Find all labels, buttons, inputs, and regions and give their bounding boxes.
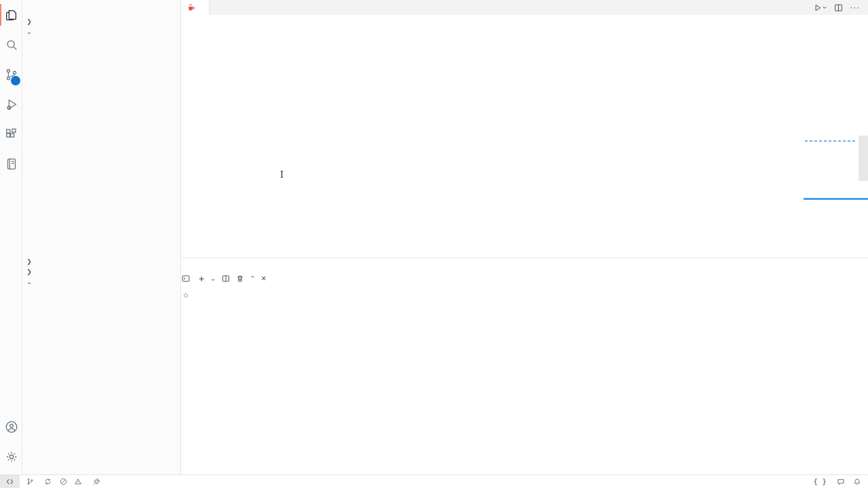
explorer-sidebar: ❯ ⌄ ❯ ❯ ⌄ <box>22 0 181 474</box>
account-icon[interactable] <box>0 412 22 442</box>
outline-section[interactable]: ❯ <box>22 256 180 266</box>
breadcrumb <box>182 15 868 27</box>
project-root-folder[interactable]: ⌄ <box>22 26 180 37</box>
text-cursor-ibeam: I <box>280 169 283 180</box>
timeline-section[interactable]: ❯ <box>22 266 180 277</box>
editor-area: ··· I + ⌄ <box>182 0 868 474</box>
git-branch-status[interactable] <box>22 475 40 488</box>
panel-tabs <box>182 258 868 273</box>
split-editor-icon[interactable] <box>834 3 843 12</box>
encoding-setting[interactable] <box>793 475 801 488</box>
minimap-slider[interactable] <box>859 136 868 181</box>
eol-setting[interactable] <box>801 475 809 488</box>
source-control-badge <box>11 76 20 85</box>
remote-indicator[interactable] <box>0 475 20 488</box>
explorer-icon[interactable] <box>0 0 22 30</box>
maximize-panel-icon[interactable]: ⌃ <box>250 275 256 282</box>
terminal-output[interactable] <box>182 284 868 291</box>
activity-bar <box>0 0 22 474</box>
command-decoration-icon[interactable] <box>184 293 188 298</box>
search-icon[interactable] <box>0 30 22 60</box>
run-file-button[interactable] <box>813 3 827 12</box>
minimap[interactable] <box>804 27 868 258</box>
language-mode[interactable]: { } <box>809 475 833 488</box>
cursor-position[interactable] <box>776 475 785 488</box>
terminal-dropdown-icon[interactable]: ⌄ <box>210 275 216 282</box>
code-editor[interactable] <box>182 27 804 258</box>
kill-terminal-icon[interactable] <box>236 274 244 283</box>
split-terminal-icon[interactable] <box>222 274 230 283</box>
tab-strip: ··· <box>182 0 868 15</box>
open-editors-section[interactable]: ❯ <box>22 16 180 26</box>
java-projects-section[interactable]: ⌄ <box>22 277 180 287</box>
tab-binary-search-tree[interactable] <box>182 0 210 15</box>
notifications-bell-icon[interactable] <box>849 475 868 488</box>
run-debug-icon[interactable] <box>0 89 22 119</box>
extensions-icon[interactable] <box>0 119 22 149</box>
source-control-icon[interactable] <box>0 60 22 89</box>
minimap-current-line <box>804 198 868 200</box>
java-file-icon <box>187 3 195 12</box>
minimap-highlight-row <box>805 140 856 142</box>
settings-gear-icon[interactable] <box>0 442 22 472</box>
shell-selector[interactable] <box>182 274 193 283</box>
bottom-panel: + ⌄ ⌃ × <box>182 258 868 474</box>
problems-status[interactable] <box>56 475 88 488</box>
new-terminal-icon[interactable]: + <box>199 273 204 284</box>
status-bar: { } <box>0 474 868 488</box>
java-rocket-icon[interactable] <box>88 475 104 488</box>
notebook-icon[interactable] <box>0 149 22 179</box>
close-panel-icon[interactable]: × <box>261 274 266 283</box>
editor-more-actions-icon[interactable]: ··· <box>850 3 860 12</box>
feedback-icon[interactable] <box>833 475 849 488</box>
vscode-window: ❯ ⌄ ❯ ❯ ⌄ <box>0 0 868 488</box>
sync-icon[interactable] <box>40 475 56 488</box>
indentation-setting[interactable] <box>785 475 793 488</box>
